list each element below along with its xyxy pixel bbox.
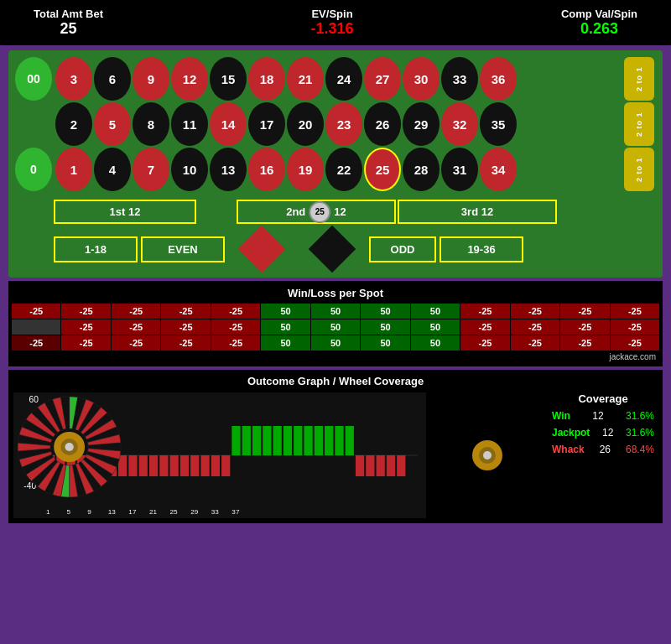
wl-cell: -25 — [12, 304, 60, 319]
wl-cell: -25 — [460, 304, 509, 319]
wl-cell: -25 — [61, 319, 110, 335]
num-31[interactable]: 31 — [441, 148, 478, 191]
bet-19-36[interactable]: 19-36 — [440, 236, 523, 262]
num-6[interactable]: 6 — [94, 57, 131, 101]
wl-cell: -25 — [112, 304, 160, 319]
num-17[interactable]: 17 — [248, 102, 285, 146]
num-13[interactable]: 13 — [210, 148, 247, 191]
coverage-whack-row: Whack 26 68.4% — [549, 442, 658, 457]
cov-whack-label: Whack — [552, 444, 585, 455]
num-24[interactable]: 24 — [325, 57, 362, 101]
wl-cell: -25 — [161, 319, 210, 335]
num-21[interactable]: 21 — [287, 57, 324, 101]
cov-win-pct: 31.6% — [626, 410, 654, 422]
outcome-title: Outcome Graph / Wheel Coverage — [13, 375, 658, 387]
two-to-one-bot[interactable]: 2 to 1 — [624, 148, 654, 191]
num-16[interactable]: 16 — [248, 148, 285, 191]
num-23[interactable]: 23 — [325, 102, 362, 146]
svg-rect-23 — [211, 455, 220, 476]
dozen-1-box[interactable]: 1st 12 — [54, 200, 196, 224]
two-to-one-top[interactable]: 2 to 1 — [624, 57, 654, 101]
wl-cell: -25 — [511, 304, 559, 319]
red-diamond-icon — [238, 226, 286, 273]
bet-black[interactable] — [299, 227, 366, 271]
wl-cell: -25 — [112, 319, 160, 335]
num-20[interactable]: 20 — [287, 102, 324, 146]
cov-jackpot-pct: 31.6% — [626, 427, 654, 439]
num-26[interactable]: 26 — [364, 102, 401, 146]
num-3[interactable]: 3 — [55, 57, 92, 101]
num-7[interactable]: 7 — [133, 148, 169, 191]
wl-cell: -25 — [211, 319, 260, 335]
black-diamond-icon — [309, 226, 356, 273]
svg-point-58 — [483, 451, 492, 460]
svg-rect-24 — [221, 455, 230, 476]
num-30[interactable]: 30 — [403, 57, 440, 101]
wl-cell: 50 — [261, 335, 309, 351]
coverage-title: Coverage — [549, 392, 658, 405]
num-9[interactable]: 9 — [133, 57, 169, 101]
dozen-2-box[interactable]: 2nd 12 2nd 25 12 — [237, 200, 396, 224]
num-27[interactable]: 27 — [364, 57, 401, 101]
bet-red[interactable] — [228, 227, 295, 271]
bet-1-18[interactable]: 1-18 — [54, 236, 138, 262]
num-35[interactable]: 35 — [480, 102, 517, 146]
svg-rect-15 — [128, 455, 137, 476]
num-5[interactable]: 5 — [94, 102, 131, 146]
num-14[interactable]: 14 — [210, 102, 247, 146]
svg-rect-31 — [294, 426, 302, 455]
cov-whack-value: 26 — [600, 444, 611, 455]
wl-cell: -25 — [511, 319, 559, 335]
cov-win-label: Win — [552, 410, 570, 422]
wl-cell: 50 — [411, 319, 460, 335]
two-to-one-col: 2 to 1 2 to 1 2 to 1 — [624, 57, 656, 191]
num-29[interactable]: 29 — [403, 102, 440, 146]
wl-cell — [12, 319, 60, 335]
wheel-svg: /* generated below */ — [433, 401, 542, 510]
wl-cell: 50 — [311, 304, 360, 319]
total-amt-bet-col: Total Amt Bet 25 — [34, 8, 103, 38]
single-zero[interactable]: 0 — [15, 148, 52, 191]
num-15[interactable]: 15 — [210, 57, 247, 101]
num-34[interactable]: 34 — [480, 148, 517, 191]
zero-col: 00 0 — [15, 57, 54, 191]
num-10[interactable]: 10 — [171, 148, 208, 191]
double-zero[interactable]: 00 — [15, 57, 52, 101]
svg-rect-17 — [149, 455, 158, 476]
bottom-bets: 1st 12 2nd 12 2nd 25 12 3rd 12 1-18 EVEN — [15, 196, 656, 271]
wl-row-3: -25 -25 -25 -25 -25 50 50 50 50 -25 -25 … — [12, 335, 659, 351]
number-grid: 00 0 321 654 987 121110 151413 181716 21… — [15, 57, 656, 191]
wl-cell: -25 — [61, 335, 110, 351]
num-25[interactable]: 25 — [364, 148, 401, 191]
num-19[interactable]: 19 — [287, 148, 324, 191]
wl-cell: 50 — [311, 335, 360, 351]
bar-chart-svg: 60 40 20 0 -20 -40 — [13, 392, 426, 518]
num-2[interactable]: 2 — [55, 102, 92, 146]
num-1[interactable]: 1 — [55, 148, 92, 191]
comp-val-spin-col: Comp Val/Spin 0.263 — [561, 8, 637, 38]
num-8[interactable]: 8 — [133, 102, 169, 146]
num-4[interactable]: 4 — [94, 148, 131, 191]
bet-odd[interactable]: ODD — [369, 236, 436, 262]
wl-cell: -25 — [560, 335, 609, 351]
num-33[interactable]: 33 — [441, 57, 478, 101]
num-28[interactable]: 28 — [403, 148, 440, 191]
coverage-win-row: Win 12 31.6% — [549, 408, 658, 423]
num-22[interactable]: 22 — [325, 148, 362, 191]
svg-rect-20 — [180, 455, 189, 476]
num-12[interactable]: 12 — [171, 57, 208, 101]
wl-cell: 50 — [411, 335, 460, 351]
wl-cell: 50 — [411, 304, 460, 319]
bet-even[interactable]: EVEN — [141, 236, 225, 262]
num-11[interactable]: 11 — [171, 102, 208, 146]
num-32[interactable]: 32 — [441, 102, 478, 146]
wl-row-1: -25 -25 -25 -25 -25 50 50 50 50 -25 -25 … — [12, 304, 659, 319]
num-18[interactable]: 18 — [248, 57, 285, 101]
bar-chart: 60 40 20 0 -20 -40 — [13, 392, 426, 518]
dozen-3-box[interactable]: 3rd 12 — [398, 200, 557, 224]
num-36[interactable]: 36 — [480, 57, 517, 101]
wl-cell: -25 — [211, 335, 260, 351]
two-to-one-mid[interactable]: 2 to 1 — [624, 102, 654, 146]
svg-text:13: 13 — [108, 508, 117, 516]
winloss-title: Win/Loss per Spot — [12, 284, 659, 302]
